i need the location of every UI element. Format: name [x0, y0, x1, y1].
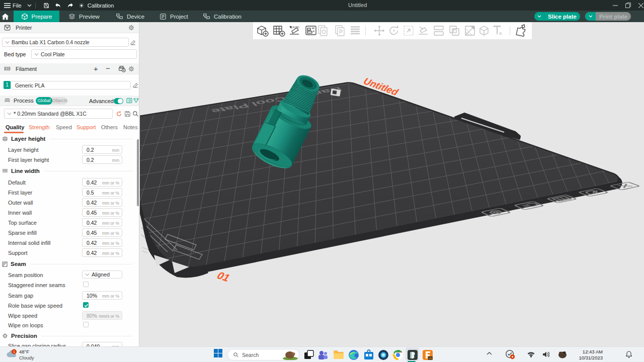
svg-text:01: 01 — [215, 269, 231, 284]
svg-text:AUTO: AUTO — [292, 26, 299, 29]
svg-text:a: a — [499, 31, 502, 36]
svg-text:369: 369 — [429, 357, 433, 360]
svg-text:1: 1 — [13, 349, 15, 354]
